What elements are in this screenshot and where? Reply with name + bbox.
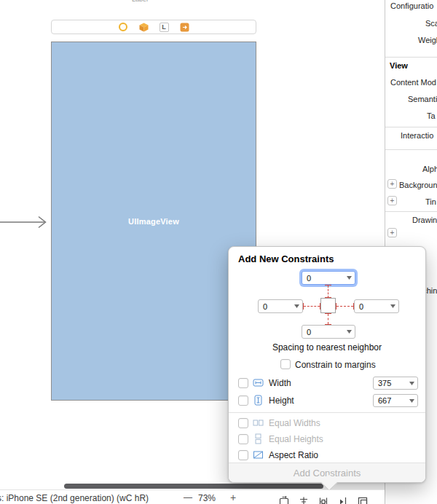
first-responder-icon[interactable] [139,23,149,32]
inspector-row-drawing: Drawin [412,216,437,224]
inspector-divider [385,57,437,58]
uiimageview-canvas[interactable]: UIImageView [51,42,256,401]
resolve-auto-layout-icon[interactable] [337,496,349,504]
embed-icon[interactable] [357,496,369,504]
equal-heights-checkbox[interactable] [238,434,248,444]
inspector-section-view: View [390,61,408,70]
equal-heights-label: Equal Heights [269,434,323,444]
top-spacing-combo[interactable]: 0 [302,271,355,285]
width-label: Width [269,378,291,388]
inspector-row-content-mode: Content Mod [390,78,436,87]
constraint-anchor-square [320,298,336,313]
width-value-combo[interactable]: 375 [373,377,418,390]
inspector-divider [385,127,437,127]
height-value-combo[interactable]: 667 [373,394,418,407]
constrain-margins-label: Constrain to margins [295,360,376,370]
popover-title: Add New Constraints [238,253,334,264]
trailing-spacing-value: 0 [359,302,363,311]
width-value: 375 [378,379,391,387]
orange-cube-icon [139,23,149,32]
add-constraints-popover: Add New Constraints 0 0 0 0 [228,246,426,483]
label-dock-icon[interactable]: L [160,23,169,32]
bottom-constraint-connector[interactable] [328,314,328,324]
uiimageview-label: UIImageView [128,217,179,226]
dropdown-arrow-icon [347,330,352,334]
inspector-row-alpha: Alph [422,165,437,173]
add-background-button[interactable]: + [387,179,397,189]
trailing-spacing-combo[interactable]: 0 [354,299,399,313]
popover-divider [229,412,425,413]
aspect-ratio-checkbox[interactable] [238,450,248,460]
dropdown-arrow-icon [347,276,352,280]
leading-constraint-connector[interactable] [304,306,320,307]
top-spacing-value: 0 [307,274,311,283]
label-glyph: L [160,23,169,32]
bottom-spacing-value: 0 [307,328,311,336]
orange-exit-icon [180,23,189,32]
width-icon [253,377,264,388]
scene-title: Label [132,0,148,3]
connector-cap [336,303,336,310]
inspector-row-background: Backgroun [399,181,437,189]
height-checkbox[interactable] [238,395,248,406]
dropdown-arrow-icon [409,399,414,403]
inspector-divider [385,149,437,150]
scene-dock: L [51,20,256,34]
add-tint-button[interactable]: + [387,196,397,205]
exit-icon[interactable] [180,23,189,32]
inspector-row-semantic: Semanti [408,95,437,103]
equal-widths-checkbox[interactable] [238,418,248,428]
width-checkbox[interactable] [238,378,248,388]
leading-spacing-combo[interactable]: 0 [258,299,303,313]
zoom-level[interactable]: 73% [198,493,216,503]
dropdown-arrow-icon [409,382,414,385]
equal-heights-icon [253,433,264,444]
spacing-caption: Spacing to nearest neighbor [229,342,425,353]
equal-widths-icon [253,417,264,428]
leading-spacing-value: 0 [263,302,267,311]
add-drawing-button[interactable]: + [387,228,397,237]
height-value: 667 [378,396,391,405]
inspector-row-tint: Tin [425,197,436,206]
connector-cap [303,303,304,310]
view-controller-icon[interactable] [119,23,128,32]
zoom-out-button[interactable]: — [184,492,192,503]
yellow-circle-icon [119,23,127,31]
connector-cap [325,285,331,286]
aspect-ratio-icon [253,449,264,460]
equal-widths-label: Equal Widths [269,418,320,428]
trailing-constraint-connector[interactable] [336,306,353,307]
constrain-margins-checkbox[interactable] [280,359,291,369]
inspector-row-tag: Ta [427,111,436,120]
update-frames-icon[interactable] [278,496,290,504]
align-icon[interactable] [298,496,310,504]
inspector-row-configuration: Configuratio [390,1,433,10]
device-config-button[interactable]: s: iPhone SE (2nd generation) (wC hR) [0,493,149,503]
add-constraints-icon[interactable] [318,496,329,504]
horizontal-scrollbar[interactable] [64,484,323,489]
canvas-bottom-bar: s: iPhone SE (2nd generation) (wC hR) — … [0,489,385,504]
dropdown-arrow-icon [294,304,299,308]
height-label: Height [269,395,294,406]
bottom-spacing-combo[interactable]: 0 [302,325,355,339]
inspector-row-scale: Scal [425,19,437,28]
height-icon [253,395,264,406]
top-constraint-connector[interactable] [328,286,328,298]
inspector-row-weight: Weigh [418,36,437,44]
aspect-ratio-label: Aspect Ratio [269,450,318,460]
xcode-interface-builder: Label L UIImageView Configurati [0,0,437,504]
dropdown-arrow-icon [390,304,395,308]
inspector-row-interaction: Interactio [401,131,433,140]
zoom-in-button[interactable]: + [230,492,236,503]
connector-cap [325,313,331,314]
storyboard-entry-arrow[interactable] [0,214,51,230]
inspector-divider [385,211,437,212]
